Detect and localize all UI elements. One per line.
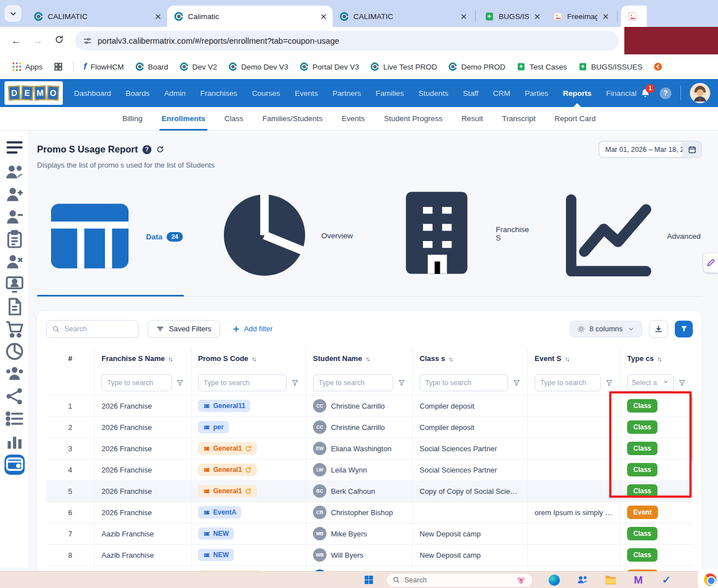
- promo-code-badge[interactable]: per: [198, 421, 229, 433]
- sort-icon[interactable]: ↑↓: [365, 355, 369, 362]
- vertical-scrollbar[interactable]: [689, 395, 693, 461]
- tab-advanced[interactable]: Advanced: [557, 183, 702, 296]
- saved-filters-button[interactable]: Saved Filters: [148, 320, 220, 338]
- browser-tab[interactable]: BUGS/ISS✕: [478, 6, 546, 27]
- subnav-item-result[interactable]: Result: [462, 107, 483, 131]
- forward-button[interactable]: →: [29, 33, 46, 49]
- nav-item-staff[interactable]: Staff: [463, 79, 478, 107]
- nav-item-courses[interactable]: Courses: [252, 79, 280, 107]
- tab-overview[interactable]: Overview: [211, 183, 354, 296]
- promo-code-badge[interactable]: General11: [198, 400, 250, 412]
- date-range-picker[interactable]: Mar 01, 2026 – Mar 18, 202: [599, 141, 702, 158]
- bookmark-item[interactable]: Demo PROD: [444, 60, 510, 73]
- nav-item-parties[interactable]: Parties: [525, 79, 549, 107]
- sort-icon[interactable]: ↑↓: [565, 355, 569, 362]
- column-filter-input[interactable]: [535, 374, 601, 391]
- tab-search-button[interactable]: [4, 5, 21, 22]
- browser-tab[interactable]: [621, 6, 647, 27]
- browser-tab[interactable]: CALIMATIC✕: [333, 6, 473, 27]
- sidebar-item-list[interactable]: [4, 410, 25, 430]
- table-row[interactable]: 32026 FranchiseGeneral1EWEliana Washingt…: [46, 438, 693, 459]
- promo-code-badge[interactable]: NEW: [198, 549, 234, 561]
- sidebar-item-users[interactable]: [4, 163, 25, 183]
- demo-logo[interactable]: DEMO: [4, 81, 63, 105]
- table-row[interactable]: 8Aazib FranchiseNEWWBWill ByersNew Depos…: [46, 544, 693, 566]
- column-filter-input[interactable]: [420, 374, 508, 391]
- table-row[interactable]: 52026 FranchiseGeneral1BCBerk CalhounCop…: [46, 480, 693, 502]
- notifications-button[interactable]: 1: [640, 88, 651, 99]
- bookmark-item[interactable]: Apps: [8, 60, 47, 73]
- subnav-item-enrollments[interactable]: Enrollments: [162, 107, 205, 131]
- sidebar-item-document[interactable]: [4, 298, 25, 318]
- nav-item-dashboard[interactable]: Dashboard: [74, 79, 111, 107]
- avatar[interactable]: [690, 83, 710, 103]
- sidebar-item-menu[interactable]: [4, 138, 25, 159]
- column-filter-input[interactable]: [313, 374, 393, 391]
- bookmark-item[interactable]: fFlowHCM: [79, 59, 128, 75]
- sidebar-item-share[interactable]: [4, 387, 25, 408]
- add-filter-button[interactable]: Add filter: [232, 325, 273, 333]
- bookmark-item[interactable]: Board: [131, 60, 173, 73]
- tab-close-button[interactable]: ✕: [460, 12, 467, 21]
- taskbar-search[interactable]: Search: [386, 573, 533, 587]
- bookmark-item[interactable]: Portal Dev V3: [295, 60, 363, 73]
- address-bar[interactable]: portalv3.calibermatrix.com/#/reports/enr…: [75, 31, 619, 50]
- column-header-promo-s-code[interactable]: Promo S Code↑↓: [191, 347, 306, 371]
- sort-icon[interactable]: ↑↓: [168, 355, 172, 362]
- sidebar-item-people[interactable]: [4, 365, 25, 385]
- bookmark-item[interactable]: Demo Dev V3: [224, 60, 293, 73]
- column-header-class-s[interactable]: Class s↑↓: [412, 347, 527, 371]
- promo-code-badge[interactable]: General1: [198, 485, 257, 497]
- download-button[interactable]: [649, 320, 668, 338]
- sidebar-item-user-minus[interactable]: [4, 208, 25, 228]
- column-header-franchise-s-name[interactable]: Franchise S Name↑↓: [94, 347, 191, 371]
- subnav-item-events[interactable]: Events: [342, 107, 365, 131]
- tab-data[interactable]: Data24: [37, 184, 184, 296]
- nav-item-crm[interactable]: CRM: [493, 79, 510, 107]
- nav-item-financial[interactable]: Financial: [606, 79, 637, 107]
- microsoft-365-icon[interactable]: M: [632, 573, 645, 587]
- tab-franchise-s[interactable]: Franchise S: [381, 178, 530, 296]
- promo-code-badge[interactable]: NEW: [198, 527, 234, 540]
- back-button[interactable]: ←: [8, 33, 25, 49]
- start-button[interactable]: [362, 574, 375, 586]
- chrome-icon[interactable]: [698, 569, 718, 588]
- table-row[interactable]: 12026 FranchiseGeneral11CCChristine Carr…: [46, 395, 693, 416]
- filter-button[interactable]: [675, 321, 693, 337]
- nav-item-students[interactable]: Students: [418, 79, 448, 107]
- funnel-icon[interactable]: [291, 379, 299, 387]
- sidebar-item-pie-chart[interactable]: [4, 342, 25, 363]
- column-header-event-s[interactable]: Event S↑↓: [527, 347, 620, 371]
- columns-dropdown[interactable]: 8 columns: [570, 321, 642, 337]
- tab-close-button[interactable]: ✕: [533, 12, 541, 21]
- sidebar-item-bar-chart[interactable]: [4, 432, 25, 452]
- nav-item-partners[interactable]: Partners: [333, 79, 361, 107]
- sidebar-item-user-plus[interactable]: [4, 186, 25, 206]
- tab-close-button[interactable]: ✕: [602, 12, 609, 21]
- table-row[interactable]: 22026 FranchiseperCCChristine CarrilloCo…: [46, 416, 693, 438]
- title-help-icon[interactable]: ?: [142, 145, 151, 154]
- subnav-item-families-students[interactable]: Families/Students: [263, 107, 323, 131]
- search-field[interactable]: [65, 325, 132, 333]
- bookmark-item[interactable]: Live Test PROD: [366, 60, 441, 73]
- edge-icon[interactable]: [547, 573, 561, 587]
- browser-tab[interactable]: CALIMATIC✕: [27, 6, 167, 27]
- subnav-item-billing[interactable]: Billing: [122, 107, 142, 131]
- bookmark-item[interactable]: [49, 60, 67, 73]
- sidebar-item-wallet[interactable]: [4, 455, 25, 475]
- nav-item-events[interactable]: Events: [294, 79, 317, 107]
- tab-close-button[interactable]: ✕: [320, 12, 327, 21]
- table-row[interactable]: 42026 FranchiseGeneral1LWLeila WynnSocia…: [46, 459, 693, 480]
- tab-close-button[interactable]: ✕: [154, 12, 162, 21]
- subnav-item-transcript[interactable]: Transcript: [502, 107, 536, 131]
- funnel-icon[interactable]: [398, 379, 406, 387]
- column-filter-input[interactable]: [198, 374, 287, 391]
- bookmark-item[interactable]: [649, 60, 667, 73]
- nav-item-families[interactable]: Families: [376, 79, 404, 107]
- nav-item-reports[interactable]: Reports: [563, 79, 592, 107]
- sidebar-item-user-remove[interactable]: [4, 253, 25, 273]
- subnav-item-report-card[interactable]: Report Card: [554, 107, 596, 131]
- browser-tab[interactable]: Calimatic✕: [167, 6, 333, 27]
- funnel-icon[interactable]: [176, 379, 184, 387]
- type-filter-select[interactable]: Select a: [627, 374, 674, 391]
